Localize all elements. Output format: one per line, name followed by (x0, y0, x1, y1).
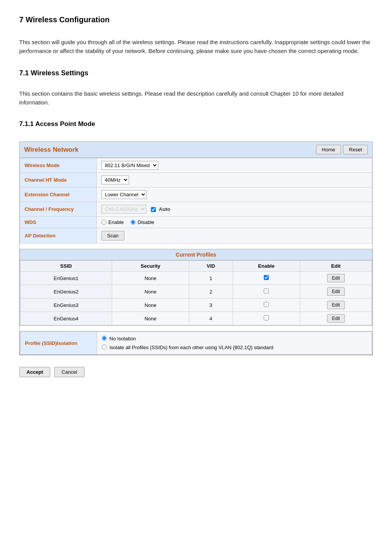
profiles-table-row: EnGenius4None4Edit (20, 312, 372, 325)
ap-detection-value: Scan (97, 228, 372, 244)
profile-vid: 4 (189, 312, 233, 325)
isolation-no-isolation-option: No Isolation (102, 336, 367, 341)
extension-channel-row: Extension Channel Lower Channel Upper Ch… (20, 187, 372, 202)
profile-enable-checkbox[interactable] (264, 315, 269, 320)
channel-ht-mode-value: 40MHz (97, 173, 372, 187)
profile-ssid: EnGenius1 (20, 272, 112, 285)
wireless-mode-row: Wireless Mode 802.11 B/G/N Mixed (20, 158, 372, 173)
col-ssid: SSID (20, 261, 112, 272)
isolation-label: Profile (SSID)Isolation (20, 332, 97, 355)
channel-frequency-label: Channel / Frequency (20, 202, 97, 217)
isolation-row: Profile (SSID)Isolation No Isolation Iso… (20, 332, 372, 355)
col-vid: VID (189, 261, 233, 272)
wds-disable-option: Disable (131, 219, 154, 225)
col-enable: Enable (233, 261, 300, 272)
profile-edit: Edit (300, 312, 372, 325)
wds-enable-label: Enable (108, 219, 124, 225)
accept-button[interactable]: Accept (19, 367, 50, 377)
scan-button[interactable]: Scan (101, 231, 124, 240)
isolation-options-cell: No Isolation Isolate all Profiles (SSIDs… (97, 332, 372, 355)
no-isolation-radio[interactable] (102, 336, 107, 341)
extension-channel-select[interactable]: Lower Channel Upper Channel (101, 190, 147, 199)
profiles-table-row: EnGenius2None2Edit (20, 285, 372, 298)
profile-enable-checkbox[interactable] (264, 288, 269, 293)
home-button[interactable]: Home (316, 145, 341, 154)
profiles-table-row: EnGenius1None1Edit (20, 272, 372, 285)
wireless-mode-select[interactable]: 802.11 B/G/N Mixed (101, 161, 158, 170)
isolation-section: Profile (SSID)Isolation No Isolation Iso… (20, 331, 372, 355)
profile-enable (233, 285, 300, 298)
reset-button[interactable]: Reset (343, 145, 368, 154)
profiles-table-header-row: SSID Security VID Enable Edit (20, 261, 372, 272)
panel-title: Wireless Network (24, 146, 79, 154)
profiles-table-row: EnGenius3None3Edit (20, 298, 372, 312)
page-section-7: 7 Wireless Configuration This section wi… (19, 15, 373, 377)
channel-frequency-value: Ch5-2.432GHz Auto (97, 202, 372, 217)
isolate-vlan-label: Isolate all Profiles (SSIDs) from each o… (109, 345, 273, 350)
wds-enable-option: Enable (101, 219, 124, 225)
channel-ht-mode-select[interactable]: 40MHz (101, 176, 129, 184)
panel-header-buttons: Home Reset (316, 145, 368, 154)
wds-disable-radio[interactable] (131, 220, 136, 225)
heading-7-1: 7.1 Wireless Settings (19, 69, 373, 77)
wireless-mode-value: 802.11 B/G/N Mixed (97, 158, 372, 173)
profile-edit: Edit (300, 298, 372, 312)
wds-label: WDS (20, 217, 97, 228)
auto-label: Auto (159, 206, 170, 212)
profile-enable-checkbox[interactable] (264, 275, 269, 280)
channel-frequency-row: Channel / Frequency Ch5-2.432GHz Auto (20, 202, 372, 217)
section-intro-text: This section contains the basic wireless… (19, 89, 373, 107)
profile-vid: 1 (189, 272, 233, 285)
profile-edit-button[interactable]: Edit (327, 287, 345, 296)
wireless-mode-label: Wireless Mode (20, 158, 97, 173)
profile-ssid: EnGenius3 (20, 298, 112, 312)
profiles-header: Current Profiles (20, 249, 372, 260)
profile-edit-button[interactable]: Edit (327, 314, 345, 323)
profile-enable (233, 298, 300, 312)
wds-row: WDS Enable Disable (20, 217, 372, 228)
profile-security: None (112, 285, 189, 298)
profile-ssid: EnGenius4 (20, 312, 112, 325)
settings-table: Wireless Mode 802.11 B/G/N Mixed Channel… (20, 158, 372, 244)
intro-text: This section will guide you through all … (19, 38, 373, 56)
no-isolation-label: No Isolation (109, 336, 136, 341)
channel-ht-mode-label: Channel HT Mode (20, 173, 97, 187)
wds-radio-group: Enable Disable (101, 219, 367, 225)
ap-detection-row: AP Detection Scan (20, 228, 372, 244)
profile-security: None (112, 272, 189, 285)
channel-ht-mode-row: Channel HT Mode 40MHz (20, 173, 372, 187)
isolation-table: Profile (SSID)Isolation No Isolation Iso… (20, 332, 372, 355)
wds-enable-radio[interactable] (101, 220, 106, 225)
profiles-table: SSID Security VID Enable Edit EnGenius1N… (20, 260, 372, 325)
profile-security: None (112, 298, 189, 312)
col-security: Security (112, 261, 189, 272)
profile-security: None (112, 312, 189, 325)
current-profiles-section: Current Profiles SSID Security VID Enabl… (20, 249, 372, 326)
profile-enable (233, 312, 300, 325)
bottom-buttons: Accept Cancel (19, 367, 373, 377)
cancel-button[interactable]: Cancel (54, 367, 84, 377)
extension-channel-value: Lower Channel Upper Channel (97, 187, 372, 202)
col-edit: Edit (300, 261, 372, 272)
wireless-network-panel: Wireless Network Home Reset Wireless Mod… (19, 141, 373, 355)
profile-enable-checkbox[interactable] (264, 302, 269, 307)
heading-7-1-1: 7.1.1 Access Point Mode (19, 120, 373, 128)
extension-channel-label: Extension Channel (20, 187, 97, 202)
isolation-options-group: No Isolation Isolate all Profiles (SSIDs… (102, 336, 367, 350)
isolation-vlan-option: Isolate all Profiles (SSIDs) from each o… (102, 345, 367, 350)
heading-7: 7 Wireless Configuration (19, 15, 373, 24)
panel-header: Wireless Network Home Reset (20, 142, 372, 158)
ap-detection-label: AP Detection (20, 228, 97, 244)
profile-edit-button[interactable]: Edit (327, 274, 345, 282)
profile-vid: 3 (189, 298, 233, 312)
profile-edit: Edit (300, 272, 372, 285)
profile-ssid: EnGenius2 (20, 285, 112, 298)
isolate-vlan-radio[interactable] (102, 345, 107, 350)
profile-edit-button[interactable]: Edit (327, 301, 345, 309)
channel-frequency-select[interactable]: Ch5-2.432GHz (101, 205, 146, 214)
profile-edit: Edit (300, 285, 372, 298)
wds-disable-label: Disable (137, 219, 154, 225)
profile-vid: 2 (189, 285, 233, 298)
wds-value: Enable Disable (97, 217, 372, 228)
auto-checkbox[interactable] (151, 207, 156, 212)
